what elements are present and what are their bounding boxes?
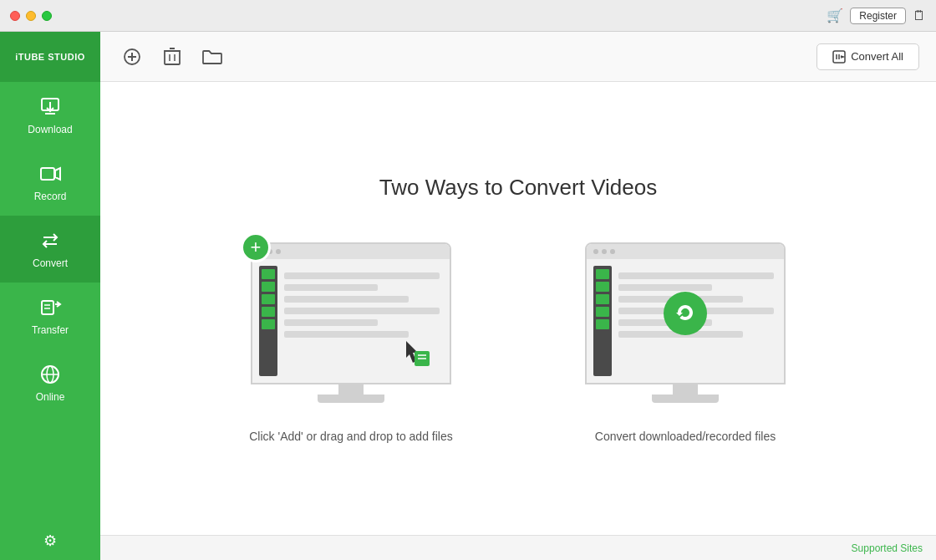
record-icon [38,162,62,186]
illustration-convert-caption: Convert downloaded/recorded files [595,430,776,443]
sidebar: iTUBE STUDIO Download Record [0,32,100,560]
sidebar-bottom: ⚙ [0,522,100,560]
cart-icon-button[interactable]: 🛒 [827,8,843,23]
sidebar-item-online[interactable]: Online [0,349,100,416]
monitor-stand-base-2 [652,395,719,403]
download-icon [38,95,62,119]
maximize-button[interactable] [42,11,52,21]
content-area: Two Ways to Convert Videos + [100,82,936,535]
sidebar-download-label: Download [28,124,72,135]
folder-button[interactable] [197,42,227,72]
titlebar: 🛒 Register 🗒 [0,0,936,32]
page-heading: Two Ways to Convert Videos [379,175,657,201]
monitor-add: + [251,242,451,410]
main-content: Convert All Two Ways to Convert Videos + [100,32,936,560]
titlebar-right: 🛒 Register 🗒 [827,8,926,24]
illustrations-row: + [234,242,802,443]
film-strip-right [593,266,612,376]
footer: Supported Sites [100,535,936,560]
online-icon [38,363,62,386]
monitor-stand-neck [338,384,364,395]
add-overlay-icon: + [241,232,271,262]
monitor-stand-neck-2 [673,384,698,395]
note-icon-button[interactable]: 🗒 [913,8,926,23]
convert-icon [38,229,62,252]
sidebar-online-label: Online [36,391,65,403]
delete-button[interactable] [157,42,187,72]
sidebar-item-download[interactable]: Download [0,82,100,149]
toolbar: Convert All [100,32,936,82]
svg-rect-15 [165,51,180,64]
convert-all-button[interactable]: Convert All [816,43,919,70]
add-button[interactable] [117,42,147,72]
illustration-add-caption: Click 'Add' or drag and drop to add file… [249,430,452,443]
svg-rect-5 [42,301,53,314]
film-strip-left [259,266,277,376]
close-button[interactable] [10,11,20,21]
monitor-convert [585,242,786,410]
sidebar-convert-label: Convert [33,257,68,269]
sidebar-transfer-label: Transfer [32,324,69,336]
svg-rect-3 [41,168,54,180]
traffic-lights [10,11,52,21]
sidebar-item-record[interactable]: Record [0,149,100,216]
minimize-button[interactable] [26,11,36,21]
monitor-screen-convert [585,242,786,384]
app-body: iTUBE STUDIO Download Record [0,32,936,560]
illustration-add-files: + [234,242,468,443]
monitor-screen-add: + [251,242,451,384]
supported-sites-link[interactable]: Supported Sites [852,542,923,554]
convert-all-label: Convert All [851,50,903,63]
svg-marker-4 [55,168,60,180]
register-button[interactable]: Register [850,8,906,24]
sidebar-item-convert[interactable]: Convert [0,216,100,283]
app-logo: iTUBE STUDIO [0,32,100,82]
illustration-convert: Convert downloaded/recorded files [568,242,802,443]
convert-overlay-icon [664,292,707,335]
transfer-icon [38,296,62,319]
monitor-stand-base [318,395,384,403]
settings-icon[interactable]: ⚙ [43,532,57,550]
sidebar-item-transfer[interactable]: Transfer [0,283,100,349]
sidebar-record-label: Record [34,191,67,202]
